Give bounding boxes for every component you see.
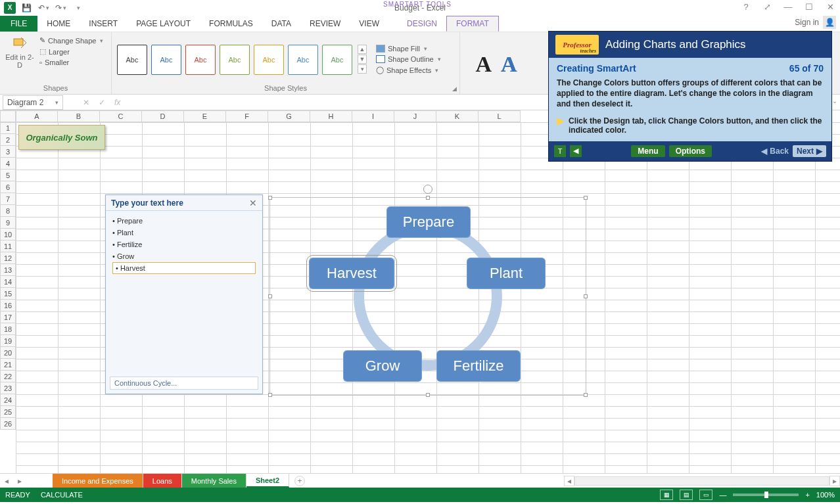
column-header[interactable]: B — [58, 110, 100, 122]
row-header[interactable]: 3 — [0, 146, 16, 158]
row-header[interactable]: 21 — [0, 359, 16, 371]
text-pane-item[interactable]: Grow — [112, 250, 256, 262]
row-header[interactable]: 23 — [0, 382, 16, 394]
row-headers[interactable]: 1234567891011121314151617181920212223242… — [0, 122, 16, 430]
row-header[interactable]: 8 — [0, 205, 16, 217]
column-header[interactable]: E — [184, 110, 226, 122]
text-pane-footer[interactable]: Continuous Cycle... — [110, 377, 258, 390]
smartart-text-pane[interactable]: Type your text here ✕ PreparePlantFertil… — [105, 195, 263, 394]
row-header[interactable]: 22 — [0, 371, 16, 382]
select-all-corner[interactable] — [0, 110, 16, 122]
column-header[interactable]: F — [226, 110, 268, 122]
help-icon[interactable]: ? — [739, 0, 753, 13]
tab-view[interactable]: VIEW — [350, 16, 388, 32]
tab-insert[interactable]: INSERT — [80, 16, 127, 32]
zoom-level[interactable]: 100% — [816, 491, 835, 499]
resize-handle[interactable] — [584, 393, 588, 397]
row-header[interactable]: 18 — [0, 323, 16, 335]
column-header[interactable]: J — [394, 110, 436, 122]
resize-handle[interactable] — [584, 196, 588, 200]
row-header[interactable]: 16 — [0, 300, 16, 311]
tab-review[interactable]: REVIEW — [300, 16, 350, 32]
text-pane-list[interactable]: PreparePlantFertilizeGrowHarvest — [106, 211, 262, 278]
column-header[interactable]: H — [310, 110, 352, 122]
tutorial-prev-small[interactable]: ◀ — [570, 145, 582, 157]
column-headers[interactable]: ABCDEFGHIJKL — [16, 110, 521, 122]
edit-in-2d-button[interactable]: Edit in 2-D — [5, 35, 34, 69]
tutorial-menu-button[interactable]: Menu — [631, 145, 665, 157]
column-header[interactable]: C — [100, 110, 142, 122]
sheet-tab-loans[interactable]: Loans — [143, 474, 182, 488]
row-header[interactable]: 25 — [0, 406, 16, 418]
wordart-style-1[interactable]: A — [475, 52, 492, 77]
gallery-scroll[interactable]: ▲▼▾ — [358, 45, 367, 74]
tab-file[interactable]: FILE — [0, 16, 37, 32]
view-page-layout-icon[interactable]: ▤ — [680, 490, 693, 500]
column-header[interactable]: G — [268, 110, 310, 122]
tab-format[interactable]: FORMAT — [446, 16, 499, 32]
maximize-icon[interactable]: ☐ — [802, 0, 816, 13]
tutorial-t-button[interactable]: T — [554, 145, 566, 157]
ribbon-options-icon[interactable]: ⤢ — [760, 0, 774, 13]
sheet-tab-monthly-sales[interactable]: Monthly Sales — [182, 474, 246, 488]
row-header[interactable]: 19 — [0, 335, 16, 347]
smartart-node-grow[interactable]: Grow — [343, 350, 422, 382]
formula-bar-expand-icon[interactable]: ⌄ — [832, 97, 837, 104]
smartart-node-prepare[interactable]: Prepare — [386, 206, 471, 238]
row-header[interactable]: 14 — [0, 276, 16, 288]
resize-handle[interactable] — [426, 196, 430, 200]
tutorial-next-button[interactable]: Next ▶ — [793, 145, 826, 157]
zoom-slider[interactable] — [733, 493, 799, 496]
shape-style-gallery[interactable]: Abc Abc Abc Abc Abc Abc Abc ▲▼▾ — [117, 45, 367, 75]
resize-handle[interactable] — [268, 294, 272, 298]
row-header[interactable]: 13 — [0, 264, 16, 276]
text-pane-item[interactable]: Prepare — [112, 215, 256, 227]
column-header[interactable]: K — [436, 110, 478, 122]
row-header[interactable]: 1 — [0, 122, 16, 134]
row-header[interactable]: 20 — [0, 347, 16, 359]
resize-handle[interactable] — [268, 196, 272, 200]
tutorial-back-button[interactable]: ◀ Back — [761, 147, 789, 156]
tab-home[interactable]: HOME — [37, 16, 80, 32]
fx-icon[interactable]: fx — [114, 98, 120, 107]
zoom-out-icon[interactable]: — — [719, 491, 726, 499]
change-shape-button[interactable]: ✎Change Shape▾ — [39, 36, 103, 45]
enter-icon[interactable]: ✓ — [99, 98, 105, 107]
new-sheet-button[interactable]: + — [294, 476, 305, 486]
sign-in[interactable]: Sign in 👤 — [795, 16, 836, 29]
row-header[interactable]: 5 — [0, 170, 16, 181]
wordart-style-2[interactable]: A — [501, 52, 517, 77]
redo-icon[interactable]: ↷▾ — [54, 1, 67, 14]
smaller-button[interactable]: ▫Smaller — [39, 58, 103, 66]
hscroll-right-icon[interactable]: ▸ — [829, 476, 840, 486]
row-header[interactable]: 7 — [0, 193, 16, 205]
zoom-in-icon[interactable]: + — [805, 491, 809, 499]
shape-effects-button[interactable]: ◯Shape Effects▾ — [376, 66, 441, 74]
horizontal-scrollbar[interactable]: ◂ ▸ — [564, 474, 840, 488]
row-header[interactable]: 12 — [0, 252, 16, 264]
text-pane-item[interactable]: Plant — [112, 227, 256, 239]
hscroll-left-icon[interactable]: ◂ — [564, 476, 574, 486]
resize-handle[interactable] — [426, 393, 430, 397]
column-header[interactable]: A — [16, 110, 58, 122]
name-box-dropdown-icon[interactable]: ▾ — [55, 99, 58, 106]
sheet-tab-sheet2[interactable]: Sheet2 — [246, 474, 289, 488]
view-page-break-icon[interactable]: ▭ — [699, 490, 712, 500]
row-header[interactable]: 17 — [0, 311, 16, 323]
minimize-icon[interactable]: — — [781, 0, 795, 13]
smartart-node-harvest[interactable]: Harvest — [309, 258, 394, 289]
dialog-launcher-icon[interactable]: ◢ — [450, 85, 458, 93]
column-header[interactable]: I — [352, 110, 394, 122]
row-header[interactable]: 26 — [0, 418, 16, 430]
undo-icon[interactable]: ↶▾ — [37, 1, 50, 14]
row-header[interactable]: 11 — [0, 241, 16, 252]
view-normal-icon[interactable]: ▦ — [660, 490, 673, 500]
tab-page-layout[interactable]: PAGE LAYOUT — [127, 16, 200, 32]
sheet-nav-first-icon[interactable]: ◂ — [0, 474, 13, 488]
row-header[interactable]: 6 — [0, 181, 16, 193]
tab-design[interactable]: DESIGN — [398, 16, 446, 32]
tutorial-options-button[interactable]: Options — [669, 145, 712, 157]
name-box[interactable]: Diagram 2 ▾ — [3, 95, 63, 110]
sheet-tab-income[interactable]: Income and Expenses — [53, 474, 143, 488]
resize-handle[interactable] — [268, 393, 272, 397]
